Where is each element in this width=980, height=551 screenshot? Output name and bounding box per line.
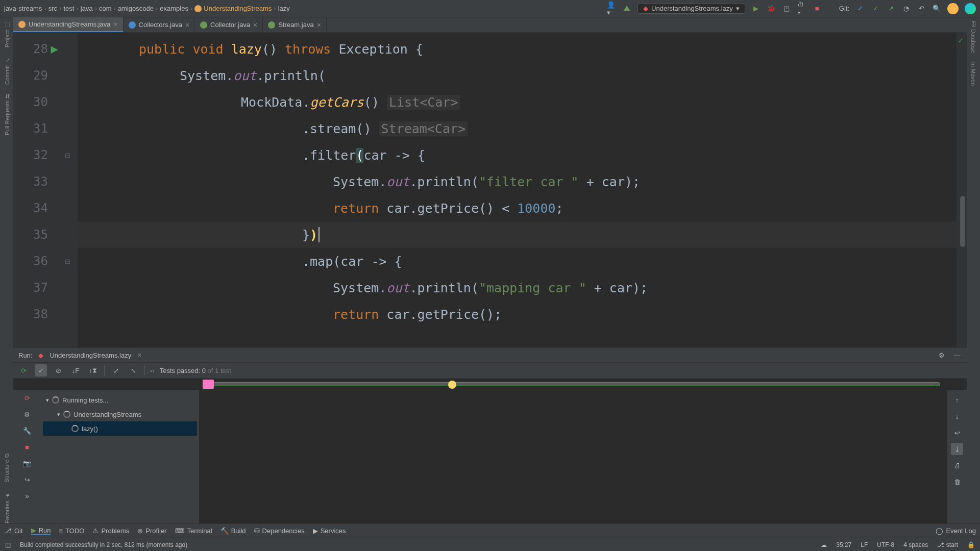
status-caret-pos[interactable]: 35:27 <box>836 541 851 548</box>
status-git-branch[interactable]: ⎇ start <box>937 541 958 548</box>
toggle-ignored-icon[interactable]: ⊘ <box>52 364 64 377</box>
status-lock-icon[interactable]: 🔒 <box>967 541 975 548</box>
test-tree[interactable]: ▾ Running tests... ▾ UnderstandingStream… <box>41 390 199 523</box>
fold-cell[interactable] <box>57 62 78 89</box>
exit-icon[interactable]: ↪ <box>21 473 33 486</box>
run-icon[interactable]: ▶ <box>751 4 761 13</box>
run-config-dropdown[interactable]: ◆ UnderstandingStreams.lazy ▾ <box>638 3 745 14</box>
bottom-build[interactable]: 🔨 Build <box>220 527 246 535</box>
coverage-icon[interactable]: ◳ <box>782 4 791 13</box>
bottom-problems[interactable]: ⚠ Problems <box>92 527 129 535</box>
crumb[interactable]: src <box>48 5 57 12</box>
crumb[interactable]: amigoscode <box>118 5 154 12</box>
crumb[interactable]: java <box>81 5 93 12</box>
bottom-run[interactable]: ▶ Run <box>31 527 51 535</box>
git-revert-icon[interactable]: ↶ <box>917 4 926 13</box>
scroll-to-end-icon[interactable]: ⤓ <box>951 443 963 455</box>
editor-marker-strip[interactable]: ✓ <box>957 33 967 347</box>
toggle-auto-icon[interactable]: ⚙ <box>21 408 33 420</box>
status-line-sep[interactable]: LF <box>861 541 868 548</box>
code-line[interactable]: public void lazy() throws Exception { <box>78 36 957 62</box>
crumb[interactable]: java-streams <box>4 5 42 12</box>
fold-cell[interactable] <box>57 36 78 62</box>
clear-icon[interactable]: 🗑 <box>951 475 963 488</box>
fold-cell[interactable] <box>57 221 78 248</box>
close-icon[interactable]: × <box>253 21 257 29</box>
profile-icon[interactable]: ⏱▾ <box>797 4 806 13</box>
tree-class[interactable]: ▾ UnderstandingStreams <box>43 407 197 421</box>
tab-stream[interactable]: Stream.java × <box>263 17 327 32</box>
event-log[interactable]: ◯ Event Log <box>936 527 976 535</box>
status-encoding[interactable]: UTF-8 <box>877 541 894 548</box>
collapse-all-icon[interactable]: ⤡ <box>127 364 139 377</box>
code-line[interactable]: .map(car -> { <box>78 248 957 274</box>
bottom-profiler[interactable]: ⊚ Profiler <box>137 527 166 535</box>
editor[interactable]: 28▶29303132333435363738 ⊟⊟ public void l… <box>13 33 967 347</box>
crumb-method[interactable]: lazy <box>278 5 290 12</box>
more-icon[interactable]: » <box>21 490 33 502</box>
output-area[interactable] <box>199 390 947 523</box>
tool-pull-requests[interactable]: Pull Requests ⇆ <box>4 94 10 135</box>
sort-duration-icon[interactable]: ↓⧗ <box>87 364 99 377</box>
bottom-todo[interactable]: ≡ TODO <box>59 527 84 535</box>
fold-cell[interactable] <box>57 195 78 221</box>
tree-root[interactable]: ▾ Running tests... <box>43 393 197 407</box>
bottom-services[interactable]: ▶ Services <box>313 527 346 535</box>
close-icon[interactable]: × <box>137 351 141 359</box>
gear-icon[interactable]: ⚙ <box>937 350 946 360</box>
code-line[interactable]: .stream() Stream<Car> <box>78 115 957 142</box>
code-line[interactable]: System.out.println("filter car " + car); <box>78 168 957 195</box>
tool-favorites[interactable]: Favorites ★ <box>4 492 10 523</box>
fold-cell[interactable] <box>57 301 78 328</box>
dump-icon[interactable]: 🔧 <box>21 424 33 437</box>
fold-cell[interactable] <box>57 274 78 301</box>
crumb[interactable]: examples <box>160 5 188 12</box>
screenshot-icon[interactable]: 📷 <box>21 457 33 469</box>
code-line[interactable]: return car.getPrice() < 10000; <box>78 195 957 221</box>
code-area[interactable]: public void lazy() throws Exception {Sys… <box>78 33 957 347</box>
stop-icon[interactable]: ■ <box>813 4 822 13</box>
fold-cell[interactable]: ⊟ <box>57 142 78 168</box>
sort-icon[interactable]: ↓F <box>69 364 82 377</box>
git-commit-icon[interactable]: ✓ <box>871 4 880 13</box>
toggle-passed-icon[interactable]: ✓ <box>35 364 47 377</box>
add-user-icon[interactable]: 👤▾ <box>607 4 616 13</box>
minimize-icon[interactable]: — <box>952 350 962 360</box>
status-open-icon[interactable]: ◫ <box>5 541 11 548</box>
down-icon[interactable]: ↓ <box>951 410 963 422</box>
print-icon[interactable]: 🖨 <box>951 459 963 471</box>
rerun-failed-icon[interactable]: ⟳ <box>21 392 33 404</box>
rerun-icon[interactable]: ⟳ <box>17 364 30 377</box>
git-push-icon[interactable]: ↗ <box>886 4 895 13</box>
fold-cell[interactable]: ⊟ <box>57 248 78 274</box>
tree-method[interactable]: lazy() <box>43 421 197 436</box>
fold-cell[interactable] <box>57 115 78 142</box>
bottom-terminal[interactable]: ⌨ Terminal <box>175 527 212 535</box>
tool-structure[interactable]: Structure ⧉ <box>4 454 10 483</box>
soft-wrap-icon[interactable]: ↩ <box>951 427 963 439</box>
fold-cell[interactable] <box>57 168 78 195</box>
code-line[interactable]: .filter(car -> { <box>78 142 957 168</box>
build-icon[interactable] <box>622 4 631 13</box>
crumb[interactable]: test <box>63 5 74 12</box>
tool-project[interactable]: Project ⬚ <box>4 21 10 47</box>
avatar[interactable] <box>947 3 959 14</box>
fold-cell[interactable] <box>57 89 78 115</box>
code-line[interactable]: return car.getPrice(); <box>78 301 957 328</box>
close-icon[interactable]: × <box>185 21 189 29</box>
code-line[interactable]: System.out.println("mapping car " + car)… <box>78 274 957 301</box>
crumb-class[interactable]: UnderstandingStreams <box>204 5 272 12</box>
up-icon[interactable]: ↑ <box>951 394 963 406</box>
debug-icon[interactable]: 🐞 <box>767 4 776 13</box>
tool-database[interactable]: 🗄 Database <box>970 21 976 53</box>
code-line[interactable]: MockData.getCars() List<Car> <box>78 89 957 115</box>
search-icon[interactable]: 🔍 <box>932 4 941 13</box>
run-gutter-icon[interactable]: ▶ <box>51 42 58 56</box>
scrollbar-thumb[interactable] <box>960 196 965 247</box>
git-history-icon[interactable]: ◔ <box>901 4 911 13</box>
tab-understandingstreams[interactable]: UnderstandingStreams.java × <box>13 17 124 32</box>
tool-maven[interactable]: m Maven <box>970 62 976 86</box>
bottom-git[interactable]: ⎇ Git <box>4 527 23 535</box>
close-icon[interactable]: × <box>113 20 117 29</box>
stop-icon[interactable]: ■ <box>21 441 33 453</box>
